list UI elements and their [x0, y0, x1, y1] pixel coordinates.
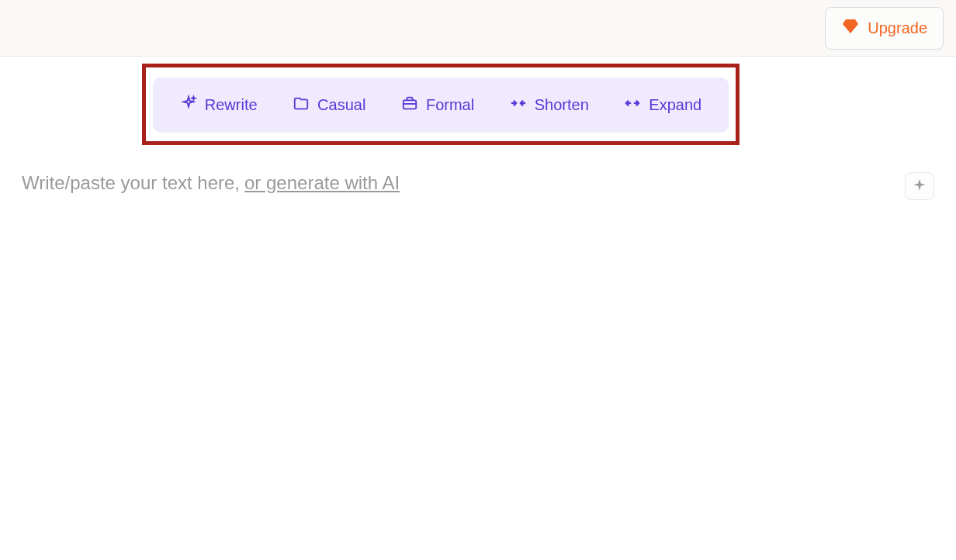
briefcase-icon [401, 95, 418, 116]
toolbar-item-label: Casual [317, 96, 365, 114]
sparkle-icon [912, 178, 927, 195]
editor-placeholder: Write/paste your text here, or generate … [22, 172, 400, 194]
upgrade-button[interactable]: Upgrade [825, 7, 944, 50]
sparkle-icon [180, 95, 197, 116]
editor-area[interactable]: Write/paste your text here, or generate … [22, 172, 934, 200]
folder-icon [293, 95, 310, 116]
diamond-icon [841, 17, 860, 40]
rewrite-toolbar: Rewrite Casual Formal Shorten [153, 78, 729, 132]
toolbar-item-label: Rewrite [205, 96, 258, 114]
arrows-in-icon [510, 95, 527, 116]
placeholder-prefix: Write/paste your text here, [22, 172, 240, 194]
expand-button[interactable]: Expand [616, 88, 709, 122]
shorten-button[interactable]: Shorten [502, 88, 597, 122]
toolbar-item-label: Shorten [535, 96, 589, 114]
formal-button[interactable]: Formal [393, 88, 482, 122]
ai-sparkle-button[interactable] [905, 172, 934, 200]
rewrite-button[interactable]: Rewrite [172, 88, 265, 122]
toolbar-item-label: Formal [426, 96, 474, 114]
generate-ai-link[interactable]: or generate with AI [244, 172, 400, 194]
casual-button[interactable]: Casual [285, 88, 373, 122]
header-bar: Upgrade [0, 0, 956, 57]
arrows-out-icon [624, 95, 641, 116]
upgrade-label: Upgrade [868, 19, 927, 37]
toolbar-item-label: Expand [649, 96, 701, 114]
